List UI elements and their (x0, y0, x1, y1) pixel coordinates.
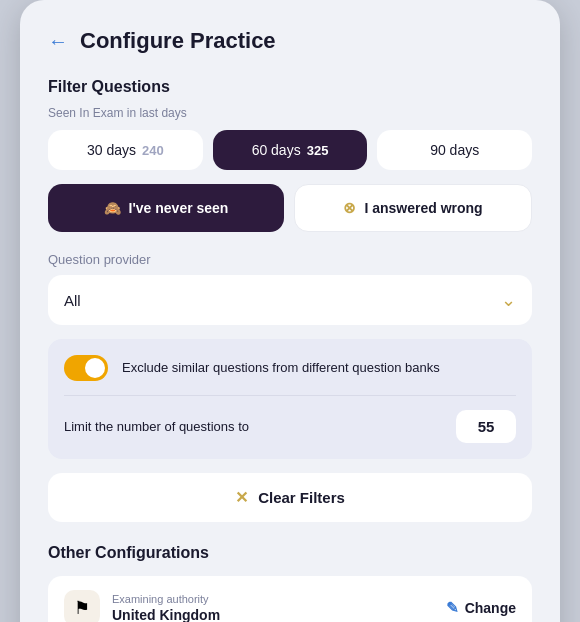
options-box: Exclude similar questions from different… (48, 339, 532, 459)
authority-name: United Kingdom (112, 607, 434, 622)
limit-label: Limit the number of questions to (64, 419, 249, 434)
exclude-toggle[interactable] (64, 355, 108, 381)
page-title: Configure Practice (80, 28, 276, 54)
filter-type-row: 🙈 I've never seen ⊗ I answered wrong (48, 184, 532, 232)
back-button[interactable]: ← (48, 30, 68, 53)
eye-icon: 🙈 (104, 200, 121, 216)
provider-value: All (64, 292, 81, 309)
days-30-button[interactable]: 30 days 240 (48, 130, 203, 170)
authority-info: Examining authority United Kingdom (112, 593, 434, 622)
configure-practice-card: ← Configure Practice Filter Questions Se… (20, 0, 560, 622)
authority-sub-label: Examining authority (112, 593, 434, 605)
clear-x-icon: ✕ (235, 488, 248, 507)
exclude-label: Exclude similar questions from different… (122, 359, 440, 377)
days-60-button[interactable]: 60 days 325 (213, 130, 368, 170)
chevron-down-icon: ⌄ (501, 289, 516, 311)
other-configurations-section: Other Configurations ⚑ Examining authori… (48, 544, 532, 622)
limit-row: Limit the number of questions to 55 (64, 410, 516, 443)
change-button[interactable]: ✎ Change (446, 599, 516, 617)
header: ← Configure Practice (48, 28, 532, 54)
other-configurations-title: Other Configurations (48, 544, 532, 562)
answered-wrong-button[interactable]: ⊗ I answered wrong (294, 184, 532, 232)
wrong-circle-icon: ⊗ (343, 199, 356, 217)
provider-label: Question provider (48, 252, 532, 267)
filter-questions-section: Filter Questions Seen In Exam in last da… (48, 78, 532, 522)
days-row: 30 days 240 60 days 325 90 days (48, 130, 532, 170)
edit-icon: ✎ (446, 599, 459, 617)
exclude-toggle-row: Exclude similar questions from different… (64, 355, 516, 396)
provider-select[interactable]: All ⌄ (48, 275, 532, 325)
flag-icon: ⚑ (64, 590, 100, 622)
authority-box: ⚑ Examining authority United Kingdom ✎ C… (48, 576, 532, 622)
never-seen-button[interactable]: 🙈 I've never seen (48, 184, 284, 232)
filter-questions-title: Filter Questions (48, 78, 532, 96)
seen-in-exam-label: Seen In Exam in last days (48, 106, 532, 120)
clear-filters-button[interactable]: ✕ Clear Filters (48, 473, 532, 522)
limit-value[interactable]: 55 (456, 410, 516, 443)
days-90-button[interactable]: 90 days (377, 130, 532, 170)
